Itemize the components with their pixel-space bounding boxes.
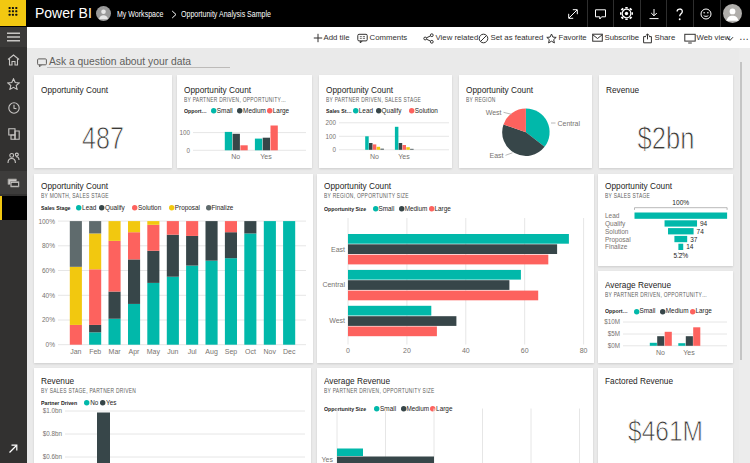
svg-text:East: East <box>331 245 345 252</box>
svg-text:20: 20 <box>403 346 411 353</box>
svg-text:Apr: Apr <box>129 348 141 356</box>
svg-text:94: 94 <box>700 219 708 226</box>
svg-text:Proposal: Proposal <box>605 235 631 243</box>
svg-text:100%: 100% <box>38 217 55 224</box>
svg-text:37: 37 <box>690 235 698 242</box>
svg-text:$461M: $461M <box>628 414 703 447</box>
svg-text:Dec: Dec <box>283 348 296 355</box>
svg-text:West: West <box>329 317 345 324</box>
svg-text:No: No <box>231 153 240 160</box>
svg-text:40%: 40% <box>42 291 55 298</box>
svg-text:Central: Central <box>558 120 581 127</box>
svg-text:$0.6bn: $0.6bn <box>43 453 63 460</box>
svg-text:Mar: Mar <box>109 348 122 355</box>
svg-text:40: 40 <box>462 346 470 353</box>
svg-text:60%: 60% <box>42 266 55 273</box>
svg-text:Nov: Nov <box>264 348 277 355</box>
svg-text:5.2%: 5.2% <box>674 252 689 259</box>
svg-text:Jan: Jan <box>70 348 81 355</box>
svg-text:487: 487 <box>82 121 124 156</box>
svg-text:Feb: Feb <box>89 348 101 355</box>
svg-text:100: 100 <box>179 129 190 136</box>
svg-text:14: 14 <box>686 243 694 250</box>
svg-text:$0.8bn: $0.8bn <box>43 430 63 437</box>
svg-text:Yes: Yes <box>398 153 410 160</box>
svg-text:80: 80 <box>580 346 588 353</box>
svg-text:$1.0bn: $1.0bn <box>43 407 63 414</box>
svg-text:100: 100 <box>325 133 336 140</box>
svg-text:Jun: Jun <box>167 348 178 355</box>
svg-text:Solution: Solution <box>605 227 629 234</box>
svg-text:May: May <box>147 348 161 356</box>
svg-text:60: 60 <box>521 346 529 353</box>
svg-text:East: East <box>489 152 503 159</box>
svg-text:West: West <box>486 109 502 116</box>
svg-text:Oct: Oct <box>245 348 256 355</box>
svg-text:Finalize: Finalize <box>605 243 628 250</box>
svg-text:200: 200 <box>325 119 336 126</box>
svg-text:Central: Central <box>322 281 345 288</box>
svg-text:Jul: Jul <box>188 348 197 355</box>
svg-text:20%: 20% <box>42 316 55 323</box>
svg-text:Lead: Lead <box>605 212 620 219</box>
svg-text:0: 0 <box>346 346 350 353</box>
svg-text:$2bn: $2bn <box>638 121 695 156</box>
svg-text:$5M: $5M <box>608 330 620 337</box>
svg-text:0: 0 <box>332 146 336 153</box>
svg-text:$10M: $10M <box>604 318 620 325</box>
svg-text:Yes: Yes <box>322 456 334 463</box>
svg-text:Aug: Aug <box>205 348 218 356</box>
svg-text:No: No <box>656 348 665 355</box>
svg-text:100%: 100% <box>672 199 689 206</box>
svg-text:0: 0 <box>186 147 190 154</box>
svg-text:74: 74 <box>697 227 705 234</box>
svg-text:Qualify: Qualify <box>605 219 626 227</box>
svg-text:Sep: Sep <box>225 348 238 356</box>
svg-text:Yes: Yes <box>683 348 695 355</box>
svg-text:$0M: $0M <box>608 342 620 349</box>
svg-text:0%: 0% <box>46 341 56 348</box>
svg-text:80%: 80% <box>42 242 55 249</box>
svg-text:Yes: Yes <box>260 153 272 160</box>
svg-text:No: No <box>370 153 379 160</box>
